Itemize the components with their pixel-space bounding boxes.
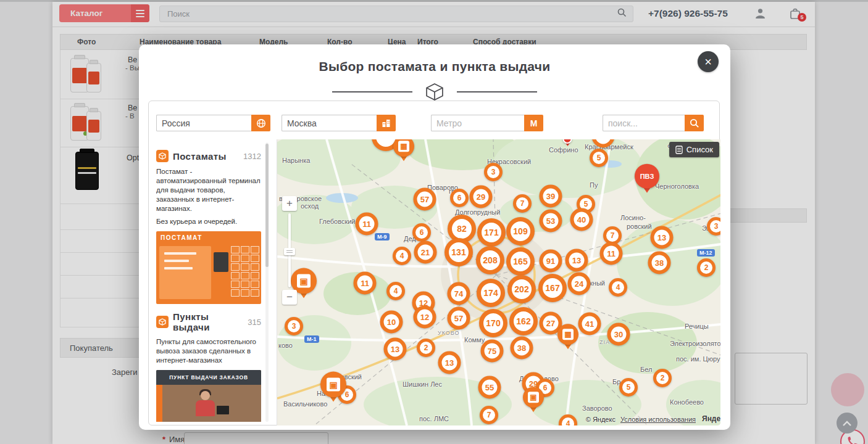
map-place-label: Софрино [549, 146, 578, 154]
map-cluster-marker[interactable]: 167 [538, 274, 567, 302]
map-place-label: Комму [464, 336, 485, 343]
map-cluster-marker[interactable]: 11 [354, 272, 377, 295]
map-cluster-marker[interactable]: 11 [600, 242, 623, 265]
map-cluster-marker[interactable]: 3 [484, 163, 503, 181]
map-cluster-marker[interactable]: 208 [476, 246, 504, 274]
map-cluster-marker[interactable]: 13 [438, 352, 461, 374]
sidebar-scrollbar[interactable] [265, 142, 269, 422]
map-cluster-marker[interactable]: 5 [590, 149, 608, 167]
map-cluster-marker[interactable]: 57 [448, 307, 470, 330]
map-cluster-marker[interactable]: 7 [480, 406, 498, 424]
map-cluster-marker[interactable]: 38 [648, 252, 671, 274]
postamat-icon [156, 150, 169, 162]
map-search-button[interactable] [685, 115, 704, 131]
pvz-pin-marker[interactable]: ПВЗ [635, 164, 659, 193]
pickup-point-icon [156, 316, 169, 328]
map-cluster-marker[interactable]: 165 [506, 247, 535, 276]
map-cluster-marker[interactable]: 7 [513, 194, 532, 213]
map-place-label: кный [590, 279, 605, 287]
map-cluster-marker[interactable]: 174 [477, 279, 505, 307]
map-cluster-marker[interactable]: 5 [619, 378, 638, 397]
map-cluster-marker[interactable]: 75 [481, 340, 504, 363]
map-place-label: пос. ЛМС [419, 415, 449, 422]
map-dot-marker[interactable] [563, 139, 572, 146]
pin-head: ▣ [320, 372, 346, 398]
map-cluster-marker[interactable]: 13 [651, 226, 674, 249]
country-button[interactable] [251, 115, 270, 131]
map-cluster-marker[interactable]: 40 [570, 208, 593, 231]
map-cluster-marker[interactable]: 91 [540, 250, 562, 273]
pin-head [563, 139, 572, 144]
map-cluster-marker[interactable]: 170 [479, 309, 507, 337]
globe-icon [256, 118, 266, 128]
metro-input[interactable] [431, 115, 524, 131]
map-place-label: Лосино- [620, 214, 646, 221]
map-cluster-marker[interactable]: 10 [380, 311, 403, 334]
metro-button[interactable]: М [524, 115, 543, 131]
pickup-pin-marker[interactable]: ▣ [523, 387, 544, 412]
map-attribution: © Яндекс Условия использования [586, 416, 696, 423]
map-cluster-marker[interactable]: 4 [386, 282, 405, 300]
package-icon [426, 83, 443, 101]
map-cluster-marker[interactable]: 4 [393, 247, 411, 265]
map-cluster-marker[interactable]: 109 [506, 217, 535, 245]
list-view-label: Список [686, 145, 713, 154]
map-cluster-marker[interactable]: 162 [509, 307, 538, 335]
map-cluster-marker[interactable]: 29 [470, 186, 493, 208]
country-input[interactable] [156, 115, 251, 131]
list-view-button[interactable]: Список [669, 142, 719, 157]
map-cluster-marker[interactable]: 41 [578, 313, 601, 335]
map-cluster-marker[interactable]: 38 [511, 337, 533, 360]
pickup-points-description: Пункты для самостоятельного вывоза заказ… [156, 337, 261, 365]
postamat-lockers [231, 246, 259, 299]
map-cluster-marker[interactable]: 21 [414, 241, 437, 264]
map-search-input[interactable] [603, 115, 685, 131]
map-cluster-marker[interactable]: 55 [478, 376, 501, 399]
map-cluster-marker[interactable]: 13 [384, 338, 407, 361]
city-icon [382, 118, 391, 128]
pickup-points-title: Пункты выдачи [173, 311, 243, 332]
zoom-out-button[interactable]: − [282, 290, 297, 305]
person-figure [201, 391, 210, 400]
map[interactable]: НарынкавопетровскоеПоваровоНекрасовскийС… [277, 139, 720, 426]
map-cluster-marker[interactable]: 131 [444, 238, 473, 266]
pin-head: ПВЗ [635, 164, 659, 189]
map-cluster-marker[interactable]: 11 [356, 213, 378, 236]
map-cluster-marker[interactable]: 53 [540, 210, 562, 232]
pickup-pin-marker[interactable]: ▣ [320, 372, 346, 402]
map-cluster-marker[interactable]: 57 [414, 188, 436, 211]
city-button[interactable] [377, 115, 396, 131]
map-cluster-marker[interactable]: 2 [417, 339, 435, 357]
map-cluster-marker[interactable]: 12 [414, 306, 436, 329]
map-search-field [603, 115, 704, 131]
map-cluster-marker[interactable]: 6 [412, 223, 431, 242]
page: Каталог +7(926) 926-55-75 5 ФотоНаименов… [0, 0, 868, 444]
map-cluster-marker[interactable]: 2 [653, 369, 672, 387]
map-cluster-marker[interactable]: 24 [568, 273, 591, 295]
pickup-point-sign: ПУНКТ ВЫДАЧИ ЗАКАЗОВ [156, 370, 261, 385]
map-cluster-marker[interactable]: 3 [285, 317, 303, 335]
zoom-in-button[interactable]: + [282, 196, 297, 211]
map-cluster-marker[interactable]: 6 [450, 189, 469, 207]
map-cluster-marker[interactable]: 171 [477, 218, 506, 247]
pickup-points-section-header: Пункты выдачи 315 [156, 311, 261, 332]
map-cluster-marker[interactable]: 4 [609, 278, 627, 297]
city-input[interactable] [282, 115, 377, 131]
map-cluster-marker[interactable]: 74 [448, 282, 470, 305]
map-cluster-marker[interactable]: 3 [707, 217, 720, 236]
map-cluster-marker[interactable]: 202 [507, 275, 536, 303]
map-place-label: ково [278, 342, 293, 349]
map-cluster-marker[interactable]: 39 [540, 185, 562, 208]
parcel-box-icon: ▣ [528, 392, 539, 403]
search-icon [690, 118, 699, 128]
map-cluster-marker[interactable]: 13 [565, 249, 588, 272]
terms-link[interactable]: Условия использования [620, 416, 696, 423]
pickup-pin-marker[interactable]: ▦ [393, 139, 414, 161]
map-cluster-marker[interactable]: 2 [697, 258, 716, 277]
sidebar-content: Постаматы 1312 Постамат - автоматизирова… [156, 150, 261, 422]
map-place-label: УКОВО [438, 330, 460, 336]
zoom-slider-handle[interactable] [284, 248, 295, 255]
map-cluster-marker[interactable]: 30 [607, 323, 630, 346]
sidebar-scrollbar-thumb[interactable] [265, 144, 269, 267]
pickup-pin-marker[interactable]: ▦ [557, 324, 578, 349]
